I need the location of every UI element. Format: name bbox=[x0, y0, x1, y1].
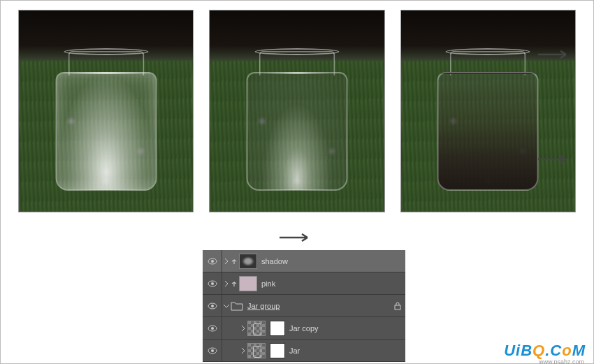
eye-icon bbox=[208, 303, 217, 310]
jar-body bbox=[55, 72, 157, 191]
svg-point-5 bbox=[211, 305, 214, 307]
visibility-toggle[interactable] bbox=[203, 295, 222, 316]
tutorial-image-1 bbox=[18, 10, 194, 212]
chevron-right-icon[interactable] bbox=[224, 281, 229, 286]
layer-row-pink[interactable]: pink bbox=[203, 272, 405, 295]
wm-char: M bbox=[572, 342, 586, 359]
layer-thumbnail[interactable] bbox=[247, 321, 266, 336]
eye-icon bbox=[208, 325, 217, 332]
layer-indent bbox=[222, 303, 231, 309]
layer-indent bbox=[239, 326, 247, 331]
layer-indent bbox=[222, 281, 231, 286]
layer-mask-thumbnail[interactable] bbox=[270, 343, 285, 358]
eye-icon bbox=[208, 280, 217, 287]
layers-panel: shadow pink Jar group Jar copy bbox=[203, 250, 405, 362]
wm-char: U bbox=[504, 342, 516, 359]
layer-label: Jar bbox=[289, 347, 405, 355]
chevron-down-icon[interactable] bbox=[224, 303, 229, 309]
jar-bright bbox=[55, 51, 157, 191]
tutorial-image-3 bbox=[400, 10, 576, 212]
layer-thumbnail[interactable] bbox=[239, 276, 257, 291]
jar-body bbox=[437, 72, 539, 191]
visibility-toggle[interactable] bbox=[203, 340, 222, 361]
visibility-toggle[interactable] bbox=[203, 272, 222, 294]
layer-thumbnail[interactable] bbox=[247, 343, 266, 358]
arrow-icon bbox=[538, 49, 573, 57]
jar-shadow bbox=[437, 51, 539, 191]
tutorial-images-row bbox=[0, 0, 594, 212]
layer-label: shadow bbox=[261, 257, 405, 265]
arrow-icon bbox=[280, 232, 314, 240]
lock-icon bbox=[394, 302, 401, 310]
wm-char: Q bbox=[533, 342, 545, 359]
wm-char: o bbox=[562, 342, 572, 359]
wm-char: C bbox=[550, 342, 562, 359]
layer-row-jar-copy[interactable]: Jar copy bbox=[203, 317, 405, 340]
svg-point-3 bbox=[211, 282, 214, 285]
jar-body bbox=[246, 72, 347, 191]
layer-mask-thumbnail[interactable] bbox=[270, 321, 285, 336]
watermark: UiBQ.CoM bbox=[504, 342, 586, 360]
svg-point-1 bbox=[211, 260, 214, 263]
layer-row-shadow[interactable]: shadow bbox=[203, 250, 405, 272]
layer-indent bbox=[239, 348, 247, 354]
visibility-toggle[interactable] bbox=[203, 250, 222, 272]
arrow-icon bbox=[538, 154, 573, 162]
jar-mid bbox=[246, 51, 347, 191]
layer-row-jar[interactable]: Jar bbox=[203, 340, 405, 362]
svg-point-10 bbox=[211, 349, 214, 352]
folder-icon bbox=[231, 301, 243, 311]
clip-mask-icon bbox=[231, 258, 238, 265]
layer-label: pink bbox=[261, 279, 405, 288]
eye-icon bbox=[208, 347, 217, 354]
layer-indent bbox=[222, 259, 231, 264]
eye-icon bbox=[208, 258, 217, 265]
tutorial-image-2 bbox=[209, 10, 384, 212]
visibility-toggle[interactable] bbox=[203, 317, 222, 339]
watermark-sub: www.psahz.com bbox=[539, 358, 584, 364]
layer-row-jar-group[interactable]: Jar group bbox=[203, 295, 405, 317]
chevron-right-icon[interactable] bbox=[240, 348, 246, 354]
chevron-right-icon[interactable] bbox=[240, 326, 246, 331]
clip-mask-icon bbox=[231, 280, 238, 287]
wm-char: B bbox=[521, 342, 533, 359]
layer-label: Jar copy bbox=[289, 324, 405, 333]
chevron-right-icon[interactable] bbox=[224, 259, 229, 264]
svg-point-8 bbox=[211, 327, 214, 330]
layer-label: Jar group bbox=[247, 302, 394, 310]
svg-rect-6 bbox=[395, 305, 400, 310]
layer-thumbnail[interactable] bbox=[239, 254, 257, 269]
